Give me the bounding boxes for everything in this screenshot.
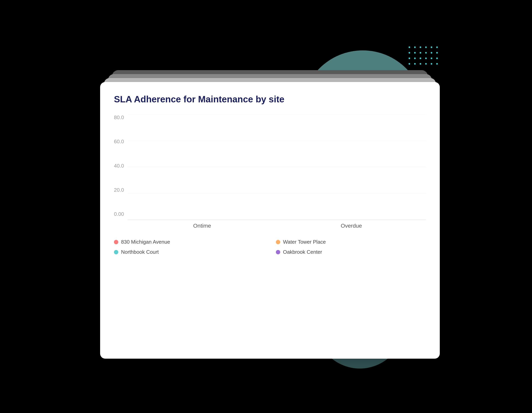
- legend-label-oakbrook: Oakbrook Center: [283, 249, 322, 255]
- legend-dot-water: [276, 240, 280, 244]
- x-label-ontime: Ontime: [128, 223, 277, 229]
- legend-item-michigan: 830 Michigan Avenue: [114, 239, 264, 245]
- legend-label-northbook: Northbook Court: [121, 249, 159, 255]
- bars-container: [128, 114, 426, 220]
- legend-item-oakbrook: Oakbrook Center: [276, 249, 426, 255]
- legend-item-water: Water Tower Place: [276, 239, 426, 245]
- scene: SLA Adherence for Maintenance by site 80…: [88, 39, 444, 374]
- legend-dot-northbook: [114, 250, 118, 254]
- chart-body: Ontime Overdue: [128, 114, 426, 229]
- y-label-80: 80.0: [114, 114, 124, 120]
- legend-label-michigan: 830 Michigan Avenue: [121, 239, 170, 245]
- x-label-overdue: Overdue: [277, 223, 426, 229]
- x-labels: Ontime Overdue: [128, 223, 426, 229]
- y-label-20: 20.0: [114, 187, 124, 193]
- chart-title: SLA Adherence for Maintenance by site: [114, 94, 426, 105]
- y-axis: 80.0 60.0 40.0 20.0 0.00: [114, 114, 128, 229]
- legend-item-northbook: Northbook Court: [114, 249, 264, 255]
- chart-card: SLA Adherence for Maintenance by site 80…: [100, 82, 440, 359]
- chart-area: 80.0 60.0 40.0 20.0 0.00: [114, 114, 426, 229]
- legend-dot-michigan: [114, 240, 118, 244]
- chart-legend: 830 Michigan Avenue Water Tower Place No…: [114, 239, 426, 255]
- legend-label-water: Water Tower Place: [283, 239, 326, 245]
- dot-grid-decoration: [408, 46, 440, 67]
- y-label-40: 40.0: [114, 163, 124, 169]
- legend-dot-oakbrook: [276, 250, 280, 254]
- y-label-60: 60.0: [114, 138, 124, 145]
- y-label-0: 0.00: [114, 211, 124, 217]
